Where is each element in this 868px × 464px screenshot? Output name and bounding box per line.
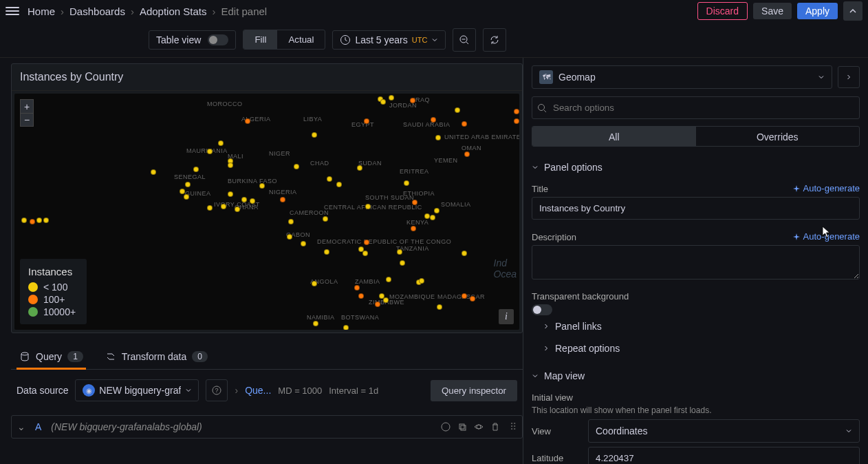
refresh-button[interactable]: [483, 28, 506, 52]
autogen-title-button[interactable]: Auto-generate: [792, 183, 860, 193]
toggle-query-icon[interactable]: [474, 422, 484, 432]
database-icon: [19, 351, 30, 362]
table-view-switch[interactable]: [208, 34, 228, 45]
section-repeat-options[interactable]: Repeat options: [532, 337, 860, 359]
drag-handle-icon[interactable]: ⠿: [510, 421, 517, 432]
map-legend: Instances < 100 100+ 10000+: [20, 259, 87, 324]
description-field-label: Description: [532, 232, 576, 242]
menu-icon[interactable]: [6, 4, 19, 18]
latitude-label: Latitude: [532, 453, 580, 463]
breadcrumb-current: Edit panel: [221, 6, 267, 17]
map-zoom-in[interactable]: +: [20, 99, 34, 113]
transform-icon: [105, 351, 116, 362]
utc-badge: UTC: [412, 36, 428, 44]
tab-query[interactable]: Query 1: [17, 346, 86, 369]
latitude-input[interactable]: [588, 447, 860, 464]
svg-point-2: [21, 352, 28, 355]
transparent-bg-label: Transparent background: [532, 291, 860, 302]
tab-transform[interactable]: Transform data 0: [102, 346, 210, 369]
legend-item-1: 100+: [43, 294, 65, 305]
svg-rect-6: [459, 424, 464, 429]
transform-count-badge: 0: [192, 351, 208, 362]
transparent-bg-toggle[interactable]: [532, 304, 552, 315]
datasource-help-button[interactable]: ?: [206, 379, 228, 401]
breadcrumb-dashboard[interactable]: Adoption Stats: [140, 6, 207, 17]
fill-toggle[interactable]: Fill: [243, 30, 277, 49]
query-row-a[interactable]: ⌄ A (NEW bigquery-grafanalabs-global) ⠿: [11, 415, 523, 439]
chevron-down-icon[interactable]: ⌄: [17, 421, 25, 432]
geomap-icon: 🗺: [539, 70, 553, 84]
zoom-out-time-button[interactable]: [453, 28, 476, 52]
tab-transform-label: Transform data: [122, 351, 186, 362]
options-tab-overrides[interactable]: Overrides: [696, 127, 860, 146]
max-datapoints: MD = 1000: [278, 386, 322, 396]
svg-rect-7: [461, 425, 466, 430]
discard-button[interactable]: Discard: [697, 2, 748, 20]
time-range-label: Last 5 years: [355, 34, 407, 45]
chevron-down-icon: [532, 164, 539, 171]
view-select[interactable]: Coordinates: [588, 419, 860, 443]
chevron-down-icon: [532, 372, 539, 379]
legend-title: Instances: [28, 266, 76, 277]
chevron-down-icon: [818, 74, 825, 81]
breadcrumb-dashboards[interactable]: Dashboards: [69, 6, 125, 17]
initial-view-hint: This location will show when the panel f…: [532, 405, 860, 415]
query-help-icon[interactable]: [441, 422, 451, 432]
chevron-right-icon: [543, 323, 550, 330]
search-options-input[interactable]: [532, 96, 860, 119]
duplicate-query-icon[interactable]: [457, 422, 467, 432]
chevron-down-icon: [185, 387, 192, 394]
map-zoom-out[interactable]: −: [20, 113, 34, 127]
breadcrumb: Home › Dashboards › Adoption Stats › Edi…: [28, 6, 267, 17]
interval: Interval = 1d: [329, 386, 378, 396]
datasource-name: NEW bigquery-graf: [99, 385, 180, 396]
section-map-view[interactable]: Map view: [532, 363, 860, 388]
apply-button[interactable]: Apply: [797, 3, 838, 19]
view-label: View: [532, 426, 580, 436]
viz-type-label: Geomap: [558, 72, 596, 83]
title-field-label: Title: [532, 184, 548, 194]
query-count-badge: 1: [67, 351, 83, 362]
datasource-picker[interactable]: ◉ NEW bigquery-graf: [75, 379, 199, 401]
time-range-picker[interactable]: Last 5 years UTC: [332, 30, 446, 50]
ocean-label: IndOcea: [494, 257, 517, 280]
panel-description-input[interactable]: [532, 245, 860, 280]
svg-text:?: ?: [215, 387, 219, 394]
sparkle-icon: [792, 233, 801, 241]
panel-title-input[interactable]: [532, 197, 860, 220]
legend-item-2: 10000+: [43, 306, 76, 317]
actual-toggle[interactable]: Actual: [277, 30, 325, 49]
chevron-down-icon: [845, 428, 852, 434]
table-view-toggle[interactable]: Table view: [149, 30, 236, 50]
table-view-label: Table view: [156, 34, 201, 45]
query-desc: (NEW bigquery-grafanalabs-global): [51, 421, 431, 432]
search-icon: [537, 103, 547, 113]
chevron-down-icon: [431, 36, 438, 43]
query-letter: A: [35, 421, 41, 432]
legend-item-0: < 100: [43, 282, 67, 293]
sparkle-icon: [792, 184, 801, 193]
save-button[interactable]: Save: [753, 3, 792, 19]
geomap-canvas[interactable]: + − MOROCCOALGERIALIBYAEGYPTSAUDI ARABIA…: [14, 94, 519, 330]
toggle-options-pane-button[interactable]: [838, 66, 860, 88]
svg-point-9: [539, 104, 545, 110]
query-inspector-button[interactable]: Query inspector: [431, 380, 517, 401]
collapse-panel-button[interactable]: [843, 1, 862, 21]
tab-query-label: Query: [36, 351, 62, 362]
clock-icon: [340, 34, 351, 45]
bigquery-icon: ◉: [83, 384, 95, 397]
breadcrumb-home[interactable]: Home: [28, 6, 55, 17]
visualization-picker[interactable]: 🗺 Geomap: [532, 65, 832, 89]
section-panel-links[interactable]: Panel links: [532, 315, 860, 337]
initial-view-label: Initial view: [532, 392, 860, 403]
datasource-label: Data source: [17, 385, 68, 396]
query-options-link[interactable]: Que...: [245, 385, 271, 396]
map-attribution-button[interactable]: i: [499, 309, 514, 324]
panel-title: Instances by Country: [12, 64, 522, 91]
svg-point-5: [442, 423, 450, 431]
options-tab-all[interactable]: All: [532, 127, 696, 146]
autogen-description-button[interactable]: Auto-generate: [792, 231, 860, 242]
delete-query-icon[interactable]: [490, 422, 500, 432]
chevron-right-icon: [543, 345, 550, 352]
section-panel-options[interactable]: Panel options: [532, 155, 860, 180]
